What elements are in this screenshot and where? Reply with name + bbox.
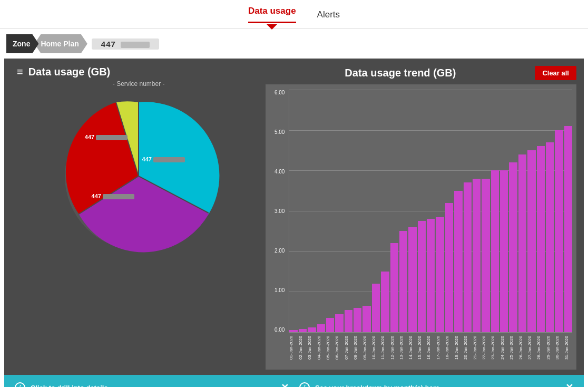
bar[interactable]: [362, 306, 370, 332]
x-label: 31-Jan-2020: [564, 336, 572, 360]
breadcrumb-home-plan[interactable]: Home Plan: [34, 34, 87, 53]
bar-wrapper: [399, 90, 407, 332]
bar[interactable]: [345, 310, 352, 332]
breadcrumb-number: 447: [92, 38, 159, 50]
bar-wrapper: [427, 90, 435, 332]
close-icon-right[interactable]: ✕: [565, 382, 573, 387]
bottom-left-text: Click to drill into details: [31, 384, 108, 388]
pie-svg-main: [54, 92, 223, 260]
pie-label-red: 447: [92, 193, 134, 199]
x-label: 17-Jan-2020: [436, 336, 444, 360]
bar[interactable]: [546, 142, 554, 332]
x-label: 29-Jan-2020: [546, 336, 554, 360]
bar-wrapper: [418, 90, 426, 332]
bar[interactable]: [491, 170, 499, 332]
x-label: 02-Jan-2020: [298, 336, 306, 360]
bar[interactable]: [390, 243, 398, 332]
x-label: 06-Jan-2020: [335, 336, 342, 360]
close-icon-left[interactable]: ✕: [281, 382, 289, 387]
y-label-3: 3.00: [275, 208, 285, 214]
bar-wrapper: [372, 90, 380, 332]
bar-wrapper: [408, 90, 416, 332]
bar-wrapper: [317, 90, 325, 332]
bar-wrapper: [390, 90, 398, 332]
bar[interactable]: [564, 126, 572, 332]
x-label: 03-Jan-2020: [307, 336, 315, 360]
bars-container: [289, 90, 572, 333]
tab-alerts[interactable]: Alerts: [317, 9, 340, 25]
bottom-right-text: See your breakdown by month(s) here: [315, 384, 439, 388]
hamburger-icon[interactable]: ≡: [17, 66, 23, 78]
bar[interactable]: [518, 154, 526, 332]
x-label: 15-Jan-2020: [417, 336, 425, 360]
info-icon-right: i: [299, 382, 310, 387]
bar[interactable]: [326, 318, 334, 332]
bar[interactable]: [418, 221, 426, 332]
x-label: 08-Jan-2020: [353, 336, 361, 360]
bar[interactable]: [436, 217, 444, 333]
breadcrumb-zone[interactable]: Zone: [6, 34, 38, 53]
bar[interactable]: [454, 191, 462, 332]
y-label-0: 0.00: [275, 327, 285, 333]
bar[interactable]: [473, 179, 481, 332]
bar[interactable]: [509, 162, 517, 332]
bar-wrapper: [445, 90, 453, 332]
bottom-right-section: i See your breakdown by month(s) here: [299, 382, 565, 387]
bar-wrapper: [362, 90, 370, 332]
bar-wrapper: [537, 90, 545, 332]
bar-wrapper: [345, 90, 352, 332]
bar[interactable]: [381, 272, 389, 332]
pie-label-cyan: 01-Jan-2020 447: [142, 156, 185, 162]
bar-wrapper: [482, 90, 489, 332]
bar[interactable]: [482, 179, 489, 332]
bar-wrapper: [546, 90, 554, 332]
bar-wrapper: [491, 90, 499, 332]
pie-chart: 01-Jan-2020 447 447 447: [54, 92, 223, 260]
bar[interactable]: [335, 314, 343, 333]
info-icon-left: i: [15, 382, 25, 387]
bar[interactable]: [500, 170, 508, 332]
bar[interactable]: [445, 203, 453, 332]
x-label: 25-Jan-2020: [509, 336, 517, 360]
bar[interactable]: [399, 231, 407, 332]
x-label: 05-Jan-2020: [326, 336, 334, 360]
x-label: 20-Jan-2020: [463, 336, 471, 360]
bar[interactable]: [372, 284, 380, 332]
y-label-2: 2.00: [275, 248, 285, 254]
bar[interactable]: [289, 330, 297, 332]
bar-wrapper: [518, 90, 526, 332]
x-label: 19-Jan-2020: [454, 336, 462, 360]
bar-wrapper: [555, 90, 563, 332]
bar[interactable]: [527, 150, 535, 332]
right-panel-header: Data usage trend (GB) Clear all: [266, 66, 576, 80]
x-label: 14-Jan-2020: [408, 336, 416, 360]
y-label-1: 1.00: [275, 287, 285, 293]
bottom-bar: i Click to drill into details ✕ i See yo…: [4, 375, 584, 387]
x-label: 10-Jan-2020: [371, 336, 379, 360]
bar-wrapper: [527, 90, 535, 332]
x-label: 27-Jan-2020: [527, 336, 535, 360]
bar[interactable]: [537, 146, 545, 332]
bar-wrapper: [500, 90, 508, 332]
bar-wrapper: [354, 90, 361, 332]
bar[interactable]: [308, 327, 316, 332]
bar[interactable]: [299, 329, 307, 332]
bar[interactable]: [555, 130, 563, 332]
x-label: 24-Jan-2020: [500, 336, 508, 360]
left-panel-header: ≡ Data usage (GB): [12, 66, 266, 78]
bar-chart-area: 6.00 5.00 4.00 3.00 2.00 1.00 0.00: [266, 84, 576, 370]
charts-row: ≡ Data usage (GB) - Service number -: [12, 66, 576, 370]
x-label: 12-Jan-2020: [390, 336, 398, 360]
bar-chart-title: Data usage trend (GB): [266, 67, 535, 79]
bar-wrapper: [299, 90, 307, 332]
tab-data-usage[interactable]: Data usage: [248, 6, 296, 23]
bar[interactable]: [354, 308, 361, 332]
bar-wrapper: [381, 90, 389, 332]
clear-all-button[interactable]: Clear all: [535, 66, 576, 80]
x-label: 13-Jan-2020: [399, 336, 407, 360]
bar[interactable]: [408, 227, 416, 332]
bar[interactable]: [427, 219, 435, 332]
x-label: 26-Jan-2020: [518, 336, 526, 360]
bar[interactable]: [317, 324, 325, 332]
bar[interactable]: [464, 182, 472, 332]
